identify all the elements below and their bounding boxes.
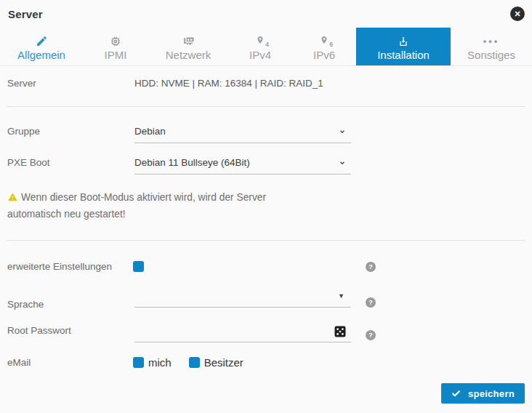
pxe-boot-selected-value: Debian 11 Bullseye (64Bit) — [134, 157, 250, 168]
field-label: PXE Boot — [7, 157, 134, 168]
tab-netzwerk[interactable]: Netzwerk — [148, 28, 228, 65]
field-label: eMail — [7, 357, 134, 368]
pxe-boot-select[interactable]: Debian 11 Bullseye (64Bit) — [134, 157, 351, 175]
gruppe-selected-value: Debian — [134, 126, 166, 137]
field-label: Server — [7, 78, 134, 89]
row-root-passwort: Root Passwort ? — [7, 324, 525, 342]
tab-sonstiges[interactable]: ••• Sonstiges — [451, 28, 532, 65]
map-pin-icon: 6 — [320, 34, 329, 48]
tab-ipv4[interactable]: 4 IPv4 — [228, 28, 292, 65]
tab-label: IPv4 — [249, 49, 271, 61]
row-gruppe: Gruppe Debian — [7, 126, 525, 143]
close-button[interactable]: ✕ — [510, 7, 525, 21]
warning-triangle-icon — [7, 191, 18, 206]
network-card-icon — [182, 34, 195, 48]
help-icon[interactable]: ? — [366, 330, 376, 340]
tab-label: Installation — [377, 49, 430, 61]
gruppe-select[interactable]: Debian — [134, 126, 351, 143]
row-server: Server HDD: NVME | RAM: 16384 | RAID: RA… — [7, 66, 525, 106]
pencil-icon — [36, 34, 48, 48]
reboot-warning: Wenn dieser Boot-Modus aktiviert wird, w… — [7, 190, 314, 222]
server-specs-value: HDD: NVME | RAM: 16384 | RAID: RAID_1 — [134, 78, 323, 89]
tab-allgemein[interactable]: Allgemein — [0, 28, 83, 65]
tab-panel-installation: Server HDD: NVME | RAM: 16384 | RAID: RA… — [0, 66, 532, 369]
question-mark: ? — [368, 332, 373, 339]
ellipsis-icon: ••• — [483, 34, 500, 48]
checkbox-label: mich — [148, 356, 172, 369]
tab-label: Sonstiges — [467, 49, 515, 61]
warning-text: Wenn dieser Boot-Modus aktiviert wird, w… — [7, 192, 266, 220]
question-mark: ? — [368, 299, 373, 306]
dialog-header: Server ✕ — [0, 0, 532, 28]
help-icon[interactable]: ? — [366, 297, 376, 308]
help-icon[interactable]: ? — [366, 262, 376, 272]
email-mich-checkbox[interactable] — [133, 357, 144, 368]
map-pin-icon: 4 — [256, 34, 265, 48]
tab-ipmi[interactable]: IPMI — [83, 28, 148, 65]
dialog-title: Server — [8, 8, 525, 20]
close-icon: ✕ — [514, 10, 520, 18]
divider — [7, 240, 525, 241]
pin-digit: 4 — [265, 41, 269, 48]
chevron-down-icon — [339, 127, 346, 137]
checkbox-label: Besitzer — [204, 356, 243, 369]
save-button-label: speichern — [468, 388, 515, 399]
tab-label: IPMI — [105, 49, 127, 61]
tab-label: IPv6 — [313, 49, 335, 61]
tab-label: Allgemein — [17, 49, 65, 61]
email-besitzer-checkbox[interactable] — [189, 357, 200, 368]
tab-label: Netzwerk — [166, 49, 211, 61]
row-pxe-boot: PXE Boot Debian 11 Bullseye (64Bit) — [7, 157, 525, 175]
question-mark: ? — [368, 263, 373, 270]
row-erweiterte-einstellungen: erweiterte Einstellungen ? — [7, 261, 525, 272]
row-email: eMail mich Besitzer — [7, 356, 525, 369]
download-icon — [398, 34, 409, 48]
row-sprache: Sprache ▼ ? — [7, 290, 525, 310]
tab-bar: Allgemein IPMI Netzwerk 4 IPv4 6 IPv6 — [0, 28, 532, 66]
erweiterte-einstellungen-checkbox[interactable] — [133, 261, 144, 272]
tab-ipv6[interactable]: 6 IPv6 — [292, 28, 356, 65]
divider — [7, 106, 525, 107]
field-label: erweiterte Einstellungen — [7, 261, 134, 272]
chevron-down-icon — [339, 158, 346, 169]
chip-icon — [110, 34, 121, 48]
tab-installation[interactable]: Installation — [356, 28, 451, 65]
pin-digit: 6 — [329, 41, 333, 48]
check-icon — [451, 389, 461, 398]
field-label: Sprache — [7, 299, 134, 310]
dice-generate-password-icon[interactable] — [334, 325, 347, 338]
save-button[interactable]: speichern — [441, 383, 525, 404]
field-label: Gruppe — [7, 126, 134, 137]
field-label: Root Passwort — [7, 325, 134, 336]
root-password-input[interactable] — [134, 325, 351, 342]
dropdown-triangle-icon: ▼ — [338, 292, 344, 300]
sprache-select[interactable]: ▼ — [134, 290, 351, 308]
